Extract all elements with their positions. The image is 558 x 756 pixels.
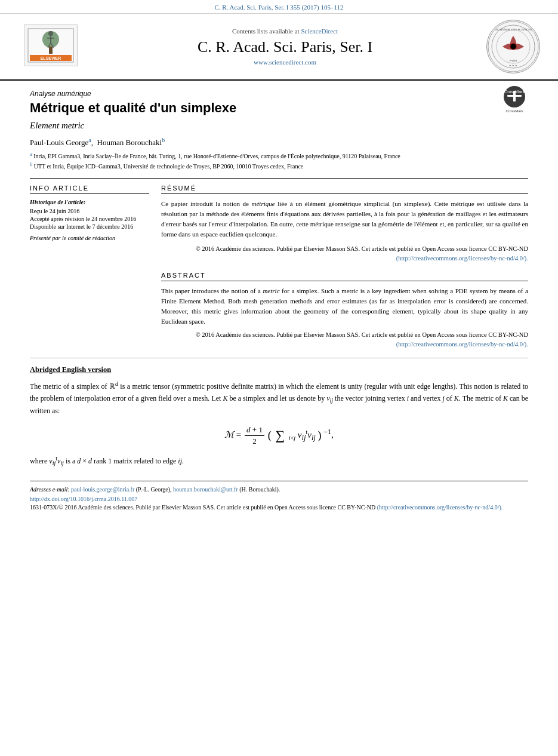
abstract-cc-link[interactable]: (http://creativecommons.org/licenses/by-…	[396, 341, 528, 348]
history-label: Historique de l'article:	[30, 199, 149, 205]
body-content: Abridged English version The metric of a…	[30, 358, 528, 468]
svg-text:CrossMark: CrossMark	[505, 109, 523, 113]
info-article-column: INFO ARTICLE Historique de l'article: Re…	[30, 185, 149, 349]
doi-line[interactable]: http://dx.doi.org/10.1016/j.crma.2016.11…	[30, 496, 528, 502]
academy-logo: ACADÉMIE DES SCIENCES PARIS ★ ★ ★	[486, 20, 540, 73]
footer-cc-link[interactable]: (http://creativecommons.org/licenses/by-…	[377, 504, 503, 511]
resume-copyright: © 2016 Académie des sciences. Publié par…	[161, 244, 528, 263]
main-content: Analyse numérique Métrique et qualité d'…	[0, 81, 558, 524]
info-article-title: INFO ARTICLE	[30, 185, 149, 194]
author-1-sup: a	[88, 137, 91, 143]
elsevier-logo-image: ELSEVIER	[24, 24, 78, 66]
email-1[interactable]: paul-louis.george@inria.fr	[71, 486, 134, 493]
presented-by: Présenté par le comité de rédaction	[30, 235, 149, 241]
author-2-sup: b	[162, 137, 165, 143]
resume-cc-link[interactable]: (http://creativecommons.org/licenses/by-…	[396, 255, 528, 262]
svg-text:ACADÉMIE DES SCIENCES: ACADÉMIE DES SCIENCES	[495, 28, 532, 31]
resume-column: RÉSUMÉ Ce papier introduit la notion de …	[161, 185, 528, 349]
journal-reference: C. R. Acad. Sci. Paris, Ser. I 355 (2017…	[214, 4, 343, 11]
body-paragraph-1: The metric of a simplex of ℝd is a metri…	[30, 379, 528, 417]
author-2-name: Houman Borouchaki	[97, 138, 162, 147]
abridged-title: Abridged English version	[30, 365, 528, 374]
formula-block: ℳ = d + 1 2 ( ∑ i<j vijtvij ) −1,	[30, 425, 528, 445]
accepted-date: Accepté après révision le 24 novembre 20…	[30, 216, 149, 222]
crossmark-badge[interactable]: CrossMark CrossMark	[501, 85, 528, 117]
resume-title: RÉSUMÉ	[161, 185, 528, 194]
affiliations: a Inria, EPI Gamma3, Inria Saclay–Île de…	[30, 151, 528, 171]
svg-point-15	[510, 44, 516, 50]
elsevier-logo: ELSEVIER	[18, 24, 84, 69]
body-paragraph-2: where vijtvij is a d × d rank 1 matrix r…	[30, 454, 528, 468]
journal-reference-bar: C. R. Acad. Sci. Paris, Ser. I 355 (2017…	[0, 0, 558, 14]
email-2-name: (H. Borouchaki).	[239, 486, 280, 493]
affiliation-b: b UTT et Inria, Équipe ICD–Gamma3, Unive…	[30, 161, 528, 171]
article-title: Métrique et qualité d'un simplexe	[30, 100, 528, 116]
sciencedirect-label: Contents lists available at ScienceDirec…	[95, 27, 474, 35]
email-2[interactable]: houman.borouchaki@utt.fr	[173, 486, 238, 493]
footer-section: Adresses e-mail: paul-louis.george@inria…	[30, 481, 528, 511]
authors-line: Paul-Louis Georgea, Houman Borouchakib	[30, 137, 528, 147]
received-date: Reçu le 24 juin 2016	[30, 208, 149, 214]
fraction: d + 1 2	[245, 425, 264, 445]
section-divider	[30, 178, 528, 179]
abstract-copyright: © 2016 Académie des sciences. Publié par…	[161, 330, 528, 349]
journal-header: ELSEVIER Contents lists available at Sci…	[0, 14, 558, 81]
author-1-name: Paul-Louis George	[30, 138, 88, 147]
abstract-section: INFO ARTICLE Historique de l'article: Re…	[30, 185, 528, 349]
svg-text:PARIS: PARIS	[510, 59, 517, 62]
formula: ℳ = d + 1 2 ( ∑ i<j vijtvij ) −1,	[224, 425, 334, 445]
issn-line: 1631-073X/© 2016 Académie des sciences. …	[30, 504, 528, 511]
email-footnote: Adresses e-mail: paul-louis.george@inria…	[30, 485, 528, 494]
abstract-text: This paper introduces the notion of a me…	[161, 286, 528, 327]
abstract-english: ABSTRACT This paper introduces the notio…	[161, 272, 528, 349]
journal-title: C. R. Acad. Sci. Paris, Ser. I	[95, 38, 474, 56]
svg-rect-21	[513, 91, 516, 102]
svg-point-4	[48, 31, 53, 36]
journal-url[interactable]: www.sciencedirect.com	[95, 59, 474, 66]
affiliation-a: a Inria, EPI Gamma3, Inria Saclay–Île de…	[30, 151, 528, 161]
email-1-name: (P.-L. George),	[136, 486, 172, 493]
svg-rect-3	[49, 47, 53, 54]
svg-text:★ ★ ★: ★ ★ ★	[509, 64, 517, 67]
resume-text: Ce papier introduit la notion de métriqu…	[161, 199, 528, 239]
svg-text:ELSEVIER: ELSEVIER	[41, 56, 61, 60]
article-subtitle: Element metric	[30, 121, 528, 131]
journal-center-info: Contents lists available at ScienceDirec…	[84, 27, 486, 66]
abstract-title: ABSTRACT	[161, 272, 528, 281]
available-date: Disponible sur Internet le 7 décembre 20…	[30, 223, 149, 230]
section-label: Analyse numérique	[30, 90, 528, 98]
sciencedirect-link[interactable]: ScienceDirect	[301, 27, 338, 35]
